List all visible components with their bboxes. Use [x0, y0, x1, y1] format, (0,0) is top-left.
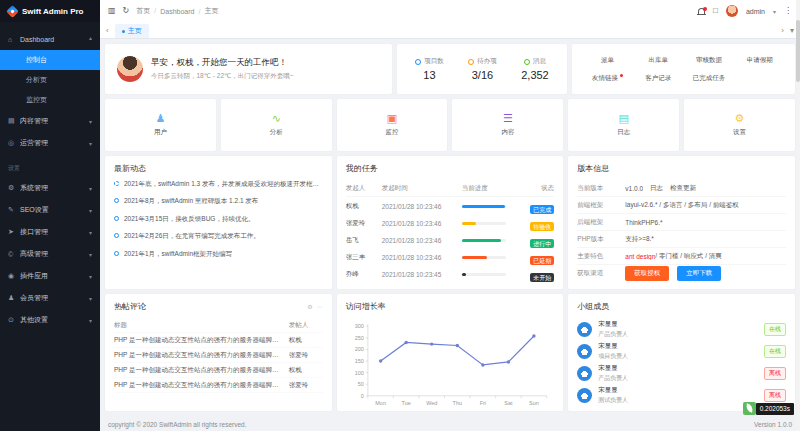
list-item: 宋显显 产品负责人 离线	[577, 362, 786, 384]
news-item: 2021年2月26日，在元宵节编写完成发布工作。	[114, 232, 323, 240]
progress-bar	[462, 239, 507, 242]
download-button[interactable]: 立即下载	[677, 266, 721, 281]
tab-active-dot	[122, 30, 125, 33]
refresh-icon[interactable]: ↻	[123, 7, 130, 15]
card-my-tasks: 我的任务 发起人 发起时间 当前进度 状态 权栈 2021/01/28 10:2…	[337, 156, 564, 289]
version-row-channel: 获取渠道 获取授权 立即下载	[577, 265, 786, 282]
leaf-icon	[743, 402, 756, 415]
thinkphp-perf-badge[interactable]: 0.202053s	[743, 402, 794, 415]
sidebar-item-dashboard[interactable]: ⌂ Dashboard ▾	[0, 28, 100, 50]
svg-text:250: 250	[354, 335, 363, 341]
stat-todos-value: 3/16	[472, 69, 493, 81]
table-row: 张三丰 2021/01/28 10:23:46 已延期	[346, 248, 555, 265]
scrollbar[interactable]	[796, 0, 800, 431]
comments-title: 热帖评论 ⚙ ⋯	[114, 301, 323, 312]
shortcut-users[interactable]: ♟ 用户	[105, 99, 216, 151]
svg-text:Tue: Tue	[401, 400, 410, 406]
scrollbar-thumb[interactable]	[796, 20, 800, 82]
app-logo[interactable]: Swift Admin Pro	[0, 0, 100, 22]
sidebar-item-content-mgmt[interactable]: ▤ 内容管理 ▾	[0, 110, 100, 132]
progress-bar	[462, 205, 507, 208]
tabbar: ‹ 主页 › ▾	[100, 22, 800, 39]
sidebar-item-analysis[interactable]: 分析页	[0, 70, 100, 90]
sidebar-item-plugin-apps[interactable]: ◉ 插件应用 ▾	[0, 265, 100, 287]
get-license-button[interactable]: 获取授权	[625, 266, 669, 281]
progress-bar	[462, 273, 507, 276]
shortcut-analysis[interactable]: ∿ 分析	[221, 99, 332, 151]
quick-link-leave[interactable]: 申请假期	[734, 56, 785, 65]
svg-text:300: 300	[354, 323, 363, 329]
stat-todos: 待办项 3/16	[468, 57, 497, 81]
stat-projects: 项目数 13	[415, 57, 444, 81]
bell-icon[interactable]	[698, 8, 705, 14]
progress-bar	[462, 222, 507, 225]
tab-scroll-left-icon[interactable]: ‹	[106, 26, 109, 38]
sidebar-item-advanced-mgmt[interactable]: © 高级管理 ▾	[0, 243, 100, 265]
gear-icon[interactable]: ⚙	[307, 303, 312, 310]
chevron-down-icon[interactable]: ▾	[773, 8, 776, 15]
table-row: 岳飞 2021/01/28 10:23:46 进行中	[346, 231, 555, 248]
quick-link-outbound[interactable]: 出库单	[633, 56, 684, 65]
more-vertical-icon[interactable]: ⋮	[784, 7, 792, 15]
users-icon: ♟	[155, 113, 165, 124]
status-badge: 在线	[764, 345, 786, 358]
sidebar-item-other-settings[interactable]: ⊙ 其他设置 ▾	[0, 309, 100, 331]
check-update-link[interactable]: 检查更新	[670, 184, 696, 193]
sidebar-item-seo-settings[interactable]: ✎ SEO设置 ▾	[0, 199, 100, 221]
sidebar-item-console[interactable]: 控制台	[0, 50, 100, 70]
timeline-dot-icon	[114, 198, 119, 203]
row-overview: 早安，权栈，开始您一天的工作吧！ 今日多云转阴，18℃ - 22℃，出门记得穿外…	[105, 44, 795, 94]
avatar[interactable]	[726, 5, 738, 17]
quick-link-dispatch[interactable]: 派单	[582, 56, 633, 65]
sidebar-item-system-mgmt[interactable]: ⚙ 系统管理 ▾	[0, 177, 100, 199]
pulse-icon: ∿	[272, 113, 281, 124]
sidebar-item-monitor[interactable]: 监控页	[0, 90, 100, 110]
news-item: 2021年底，swiftAdmin 1.3 发布，并发展成最受欢迎的极速开发框架…	[114, 180, 323, 188]
breadcrumb-dashboard[interactable]: Dashboard	[160, 8, 200, 15]
sidebar-item-api-mgmt[interactable]: ➤ 接口管理 ▾	[0, 221, 100, 243]
welcome-avatar	[117, 56, 143, 82]
svg-text:Sat: Sat	[504, 400, 513, 406]
sidebar-item-member-mgmt[interactable]: ♟ 会员管理 ▾	[0, 287, 100, 309]
database-icon: ☰	[503, 113, 513, 124]
copyright-text: copyright © 2020 SwiftAdmin all rights r…	[108, 421, 246, 428]
shortcut-monitor[interactable]: ▣ 监控	[337, 99, 448, 151]
table-row: PHP 是一种创建动态交互性站点的强有力的服务器端脚本语言 权栈	[114, 363, 323, 378]
comments-header-row: 标题 发帖人	[114, 318, 323, 333]
card-visit-growth: 访问增长率 050100150200250300MonTueWedThuFriS…	[337, 294, 564, 411]
version-row-frontend: 前端框架 layui-v2.6.* / 多语言 / 多布局 / 前端鉴权	[577, 197, 786, 214]
member-avatar	[577, 344, 592, 359]
welcome-title: 早安，权栈，开始您一天的工作吧！	[151, 57, 294, 69]
notification-dot	[703, 7, 707, 11]
user-menu[interactable]: admin	[746, 8, 765, 15]
fullscreen-icon[interactable]: □	[713, 7, 718, 15]
tab-home[interactable]: 主页	[115, 24, 149, 38]
circle-dot-icon: ⊙	[8, 316, 20, 324]
quick-link-friend-links[interactable]: 友情链接	[582, 74, 633, 83]
quick-link-customer-records[interactable]: 客户记录	[633, 74, 684, 83]
user-icon: ♟	[8, 294, 20, 302]
todo-icon	[468, 59, 474, 65]
shortcut-logs[interactable]: ▤ 日志	[568, 99, 679, 151]
shortcut-content[interactable]: ☰ 内容	[452, 99, 563, 151]
sidebar-item-operation-mgmt[interactable]: ◎ 运营管理 ▾	[0, 132, 100, 154]
quick-link-completed-tasks[interactable]: 已完成任务	[684, 74, 735, 83]
quick-link-review[interactable]: 审核数据	[684, 56, 735, 65]
operation-icon: ◎	[8, 139, 20, 147]
tab-menu-icon[interactable]: ▾	[790, 26, 794, 38]
changelog-link[interactable]: 日志	[650, 184, 663, 193]
chart-title: 访问增长率	[346, 301, 555, 312]
breadcrumb-home[interactable]: 首页	[136, 6, 156, 16]
home-icon: ⌂	[8, 36, 20, 43]
growth-chart-svg: 050100150200250300MonTueWedThuFriSatSun	[346, 318, 555, 410]
shortcut-settings[interactable]: ⚙ 设置	[684, 99, 795, 151]
feature-highlight: ant design	[625, 253, 655, 260]
table-row: 权栈 2021/01/28 10:23:46 已完成	[346, 197, 555, 214]
svg-text:0: 0	[361, 393, 364, 399]
more-icon[interactable]: ⋯	[317, 303, 323, 310]
chevron-up-icon: ▾	[89, 36, 92, 43]
status-badge: 离线	[764, 367, 786, 380]
tab-scroll-right-icon[interactable]: ›	[781, 26, 784, 38]
card-team-members: 小组成员 宋显显 产品负责人 在线 宋显显 项目负责人	[568, 294, 795, 411]
sidebar-collapse-icon[interactable]: ▥	[108, 7, 116, 15]
